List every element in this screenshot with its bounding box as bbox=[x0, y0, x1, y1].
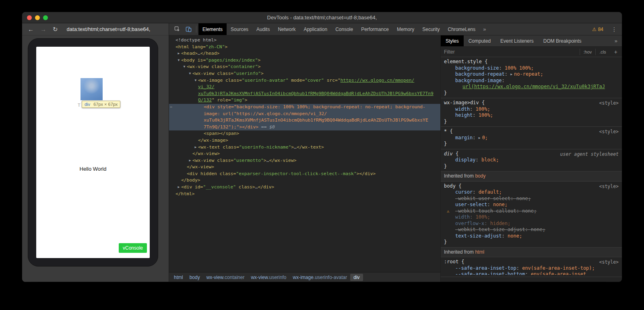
hov-toggle[interactable]: :hov bbox=[580, 49, 596, 55]
tree-node[interactable]: ▼<wx-view class="container"> bbox=[169, 64, 440, 70]
tab-console[interactable]: Console bbox=[331, 23, 357, 35]
tab-network[interactable]: Network bbox=[274, 23, 299, 35]
tree-node[interactable]: image: url("https://wx.qlogo.cn/mmopen/v… bbox=[169, 111, 440, 118]
expand-value-icon[interactable]: ▶ bbox=[479, 136, 481, 140]
tree-node[interactable]: <div hidden class="exparser-inspector-to… bbox=[169, 171, 440, 178]
css-property[interactable]: margin: ▶0; bbox=[444, 135, 619, 141]
rule-selector[interactable]: wx-image>div { bbox=[444, 100, 619, 106]
back-icon[interactable]: ← bbox=[28, 26, 34, 32]
inherited-node-link[interactable]: html bbox=[475, 249, 484, 255]
tab-application[interactable]: Application bbox=[299, 23, 331, 35]
tree-node[interactable]: ▶<div id="__vconsole" class>…</div> bbox=[169, 184, 440, 191]
css-property[interactable]: -webkit-user-select: none; bbox=[444, 196, 619, 202]
more-styles-tabs-icon[interactable]: » bbox=[610, 35, 622, 46]
tree-node[interactable]: xuTu0k3jRTaJKmsXVMnfjASTusInO4ibcmQbhub1… bbox=[169, 117, 440, 124]
tab-sources[interactable]: Sources bbox=[227, 23, 252, 35]
expanded-arrow-icon[interactable]: ▼ bbox=[182, 64, 187, 70]
tab-elements[interactable]: Elements bbox=[198, 23, 227, 35]
css-property[interactable]: display: block; bbox=[444, 157, 619, 163]
menu-icon[interactable]: ⋮ bbox=[607, 23, 622, 35]
tree-node[interactable]: </wx-view> bbox=[169, 151, 440, 157]
new-style-rule-icon[interactable]: + bbox=[610, 49, 622, 55]
tab-memory[interactable]: Memory bbox=[393, 23, 418, 35]
tree-node[interactable]: </wx-image> bbox=[169, 137, 440, 144]
tree-node[interactable]: ▼<body is="pages/index/index"> bbox=[169, 57, 440, 64]
tree-node[interactable]: ▼<wx-view class="userinfo"> bbox=[169, 70, 440, 77]
tree-node[interactable]: ▶<wx-text class="userinfo-nickname">…</w… bbox=[169, 144, 440, 151]
css-property[interactable]: background-size: 100% 100%; bbox=[444, 65, 619, 72]
tree-node[interactable]: ▼<wx-image class="userinfo-avatar" mode=… bbox=[169, 77, 440, 84]
rule-origin[interactable]: <style> bbox=[599, 100, 619, 107]
css-property[interactable]: text-size-adjust: none; bbox=[444, 233, 619, 240]
tree-node[interactable]: <span></span> bbox=[169, 130, 440, 137]
tree-node[interactable]: ▶<wx-view class="usermotto">…</wx-view> bbox=[169, 157, 440, 164]
css-url-link[interactable]: url(https://wx.qlogo.cn/mmopen/vi_32/xuT… bbox=[462, 84, 605, 89]
node-menu-icon[interactable]: ⋯ bbox=[170, 104, 172, 111]
css-property[interactable]: -webkit-text-size-adjust: none; bbox=[444, 227, 619, 233]
css-property[interactable]: height: 100%; bbox=[444, 112, 619, 119]
tree-node[interactable]: Q/132" role="img"> bbox=[169, 97, 440, 104]
expand-value-icon[interactable]: ▶ bbox=[510, 72, 512, 76]
css-property[interactable]: --safe-area-inset-bottom: env(safe-area-… bbox=[444, 271, 619, 275]
css-property[interactable]: background-repeat: ▶no-repeat; bbox=[444, 71, 619, 78]
rule-origin[interactable]: <style> bbox=[599, 129, 619, 135]
expanded-arrow-icon[interactable]: ▼ bbox=[193, 77, 198, 84]
more-tabs-icon[interactable]: » bbox=[479, 23, 489, 35]
css-property[interactable]: --safe-area-inset-top: env(safe-area-ins… bbox=[444, 265, 619, 272]
breadcrumb-item-wx-view-container[interactable]: wx-view.container bbox=[203, 274, 248, 281]
tree-node[interactable]: ⋯<div style="background-size: 100% 100%;… bbox=[169, 104, 440, 111]
url-text[interactable]: data:text/html;charset=utf-8;base64, bbox=[67, 26, 151, 32]
styles-tab-styles[interactable]: Styles bbox=[441, 35, 464, 46]
tree-node[interactable]: ▶<head>…</head> bbox=[169, 50, 440, 57]
tree-node[interactable]: </body> bbox=[169, 177, 440, 184]
inspect-icon[interactable] bbox=[171, 23, 183, 35]
rule-origin[interactable]: <style> bbox=[599, 184, 619, 190]
css-property[interactable]: cursor: default; bbox=[444, 189, 619, 196]
styles-tab-dom-breakpoints[interactable]: DOM Breakpoints bbox=[539, 35, 586, 46]
tab-chromelens[interactable]: ChromeLens bbox=[444, 23, 480, 35]
collapsed-arrow-icon[interactable]: ▶ bbox=[176, 184, 181, 191]
css-property[interactable]: width: 100%; bbox=[444, 214, 619, 221]
styles-filter-input[interactable]: Filter bbox=[441, 49, 580, 55]
styles-tab-computed[interactable]: Computed bbox=[464, 35, 495, 46]
rule-selector[interactable]: body { bbox=[444, 183, 619, 190]
breadcrumb-item-wx-view-userinfo[interactable]: wx-view.userinfo bbox=[248, 274, 289, 281]
rule-selector[interactable]: element.style { bbox=[444, 59, 619, 65]
titlebar[interactable]: DevTools - data:text/html;charset=utf-8;… bbox=[22, 12, 622, 23]
tree-node[interactable]: xuTu0k3jRTaJKmsXVMnfjASTusInO4ibcmQbhub1… bbox=[169, 91, 440, 97]
styles-tab-event-listeners[interactable]: Event Listeners bbox=[495, 35, 539, 46]
forward-icon[interactable]: → bbox=[40, 26, 46, 32]
breadcrumb-item-wx-image-userinfo-avatar[interactable]: wx-image.userinfo-avatar bbox=[289, 274, 350, 281]
css-property-value[interactable]: url(https://wx.qlogo.cn/mmopen/vi_32/xuT… bbox=[444, 84, 619, 90]
tree-node[interactable]: <!doctype html> bbox=[169, 37, 440, 44]
tree-node[interactable]: </wx-view> bbox=[169, 164, 440, 171]
device-toolbar-icon[interactable] bbox=[183, 23, 194, 35]
css-property[interactable]: user-select: none; bbox=[444, 202, 619, 208]
css-property[interactable]: width: 100%; bbox=[444, 106, 619, 113]
expanded-arrow-icon[interactable]: ▼ bbox=[176, 57, 181, 64]
warning-badge[interactable]: ⚠ 84 bbox=[589, 23, 607, 35]
reload-icon[interactable]: ↻ bbox=[53, 26, 58, 32]
collapsed-arrow-icon[interactable]: ▶ bbox=[193, 144, 198, 151]
rule-origin[interactable]: <style> bbox=[599, 259, 619, 266]
tree-node[interactable]: </html> bbox=[169, 191, 440, 198]
collapsed-arrow-icon[interactable]: ▶ bbox=[176, 50, 181, 57]
breadcrumb-item-html[interactable]: html bbox=[171, 274, 186, 281]
inherited-node-link[interactable]: body bbox=[475, 173, 485, 179]
tab-security[interactable]: Security bbox=[418, 23, 444, 35]
cls-toggle[interactable]: .cls bbox=[595, 49, 610, 55]
tree-node[interactable]: <html lang="zh-CN"> bbox=[169, 44, 440, 51]
tab-audits[interactable]: Audits bbox=[252, 23, 274, 35]
userinfo-avatar-image[interactable] bbox=[80, 78, 103, 100]
vconsole-button[interactable]: vConsole bbox=[119, 243, 147, 253]
breadcrumb-item-body[interactable]: body bbox=[186, 274, 203, 281]
breadcrumb-item-div[interactable]: div bbox=[350, 274, 363, 281]
collapsed-arrow-icon[interactable]: ▶ bbox=[188, 157, 192, 164]
tree-node[interactable]: vi_32/ bbox=[169, 84, 440, 91]
expanded-arrow-icon[interactable]: ▼ bbox=[188, 70, 192, 77]
css-property[interactable]: background-image: bbox=[444, 78, 619, 84]
rule-selector[interactable]: :root { bbox=[444, 259, 619, 265]
tree-node[interactable]: 7Tn9Q/132");"></div> == $0 bbox=[169, 124, 440, 131]
tab-performance[interactable]: Performance bbox=[357, 23, 393, 35]
rule-selector[interactable]: * { bbox=[444, 128, 619, 135]
